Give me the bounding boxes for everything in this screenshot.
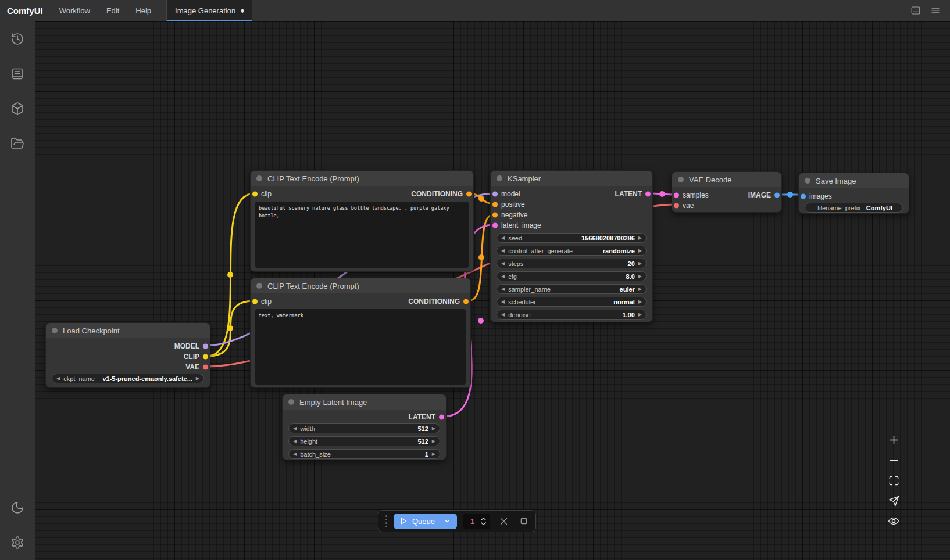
bottom-panel-toggle-icon[interactable] bbox=[910, 5, 921, 16]
decrement-arrow-icon[interactable]: ◀ bbox=[56, 376, 60, 381]
decrement-arrow-icon[interactable]: ◀ bbox=[501, 236, 505, 240]
hamburger-menu-icon[interactable] bbox=[930, 5, 941, 16]
collapse-dot[interactable] bbox=[52, 328, 58, 333]
toolbar-drag-handle[interactable] bbox=[385, 515, 387, 527]
increment-arrow-icon[interactable]: ▶ bbox=[638, 300, 642, 304]
toggle-link-visibility-button[interactable] bbox=[887, 515, 900, 527]
sidebar-item-queue[interactable] bbox=[0, 56, 35, 91]
widget-width[interactable]: ◀ width 512 ▶ bbox=[288, 423, 440, 433]
node-header[interactable]: CLIP Text Encode (Prompt) bbox=[251, 171, 473, 186]
output-slot-image[interactable] bbox=[774, 193, 780, 198]
widget-batch-size[interactable]: ◀ batch_size 1 ▶ bbox=[288, 449, 440, 459]
decrement-arrow-icon[interactable]: ◀ bbox=[501, 287, 505, 292]
zoom-out-button[interactable] bbox=[887, 454, 900, 466]
queue-button[interactable]: Queue bbox=[394, 514, 457, 529]
decrement-arrow-icon[interactable]: ◀ bbox=[501, 300, 505, 304]
stepper-up-icon[interactable] bbox=[480, 517, 487, 521]
collapse-dot[interactable] bbox=[288, 399, 294, 405]
input-slot-images[interactable] bbox=[801, 194, 806, 199]
input-slot-vae[interactable] bbox=[674, 203, 679, 209]
collapse-dot[interactable] bbox=[805, 178, 810, 184]
increment-arrow-icon[interactable]: ▶ bbox=[196, 376, 199, 381]
output-slot-clip[interactable] bbox=[203, 354, 208, 360]
batch-count-stepper[interactable]: 1 bbox=[463, 514, 490, 529]
menu-workflow[interactable]: Workflow bbox=[51, 0, 98, 21]
increment-arrow-icon[interactable]: ▶ bbox=[638, 313, 642, 317]
input-slot-latent-image[interactable] bbox=[492, 223, 498, 228]
sidebar-item-history[interactable] bbox=[0, 21, 35, 56]
decrement-arrow-icon[interactable]: ◀ bbox=[293, 426, 297, 431]
node-save-image[interactable]: Save Image images filename_prefix ComfyU… bbox=[798, 173, 909, 214]
prompt-textarea[interactable]: text, watermark bbox=[255, 309, 466, 385]
increment-arrow-icon[interactable]: ▶ bbox=[638, 287, 642, 292]
node-header[interactable]: Save Image bbox=[799, 173, 909, 188]
output-slot-vae[interactable] bbox=[203, 365, 208, 370]
increment-arrow-icon[interactable]: ▶ bbox=[638, 261, 642, 266]
node-header[interactable]: Empty Latent Image bbox=[283, 394, 446, 410]
widget-filename-prefix[interactable]: filename_prefix ComfyUI bbox=[805, 203, 903, 213]
increment-arrow-icon[interactable]: ▶ bbox=[638, 236, 642, 240]
widget-steps[interactable]: ◀ steps 20 ▶ bbox=[497, 259, 647, 268]
node-header[interactable]: CLIP Text Encode (Prompt) bbox=[251, 278, 470, 293]
collapse-dot[interactable] bbox=[678, 177, 684, 182]
input-slot-clip[interactable] bbox=[252, 192, 258, 197]
collapse-dot[interactable] bbox=[256, 283, 262, 289]
increment-arrow-icon[interactable]: ▶ bbox=[638, 274, 642, 279]
decrement-arrow-icon[interactable]: ◀ bbox=[501, 313, 505, 317]
node-header[interactable]: VAE Decode bbox=[672, 172, 781, 187]
batch-count-value[interactable]: 1 bbox=[470, 517, 480, 526]
prompt-textarea[interactable]: beautiful scenery nature glass bottle la… bbox=[255, 202, 469, 268]
input-slot-negative[interactable] bbox=[492, 213, 498, 218]
sidebar-item-workflows[interactable] bbox=[0, 126, 35, 161]
fit-view-button[interactable] bbox=[887, 474, 900, 487]
decrement-arrow-icon[interactable]: ◀ bbox=[501, 261, 505, 266]
output-slot-conditioning[interactable] bbox=[466, 192, 472, 197]
collapse-dot[interactable] bbox=[256, 175, 262, 181]
comfyui-logo[interactable]: ComfyUI bbox=[0, 6, 51, 16]
widget-ckpt-name[interactable]: ◀ ckpt_name v1-5-pruned-emaonly.safete..… bbox=[52, 374, 204, 383]
menu-edit[interactable]: Edit bbox=[98, 0, 127, 21]
zoom-in-button[interactable] bbox=[887, 433, 900, 446]
increment-arrow-icon[interactable]: ▶ bbox=[432, 439, 435, 444]
widget-seed[interactable]: ◀ seed 156680208700286 ▶ bbox=[497, 233, 647, 243]
node-clip-text-encode-negative[interactable]: CLIP Text Encode (Prompt) clip CONDITION… bbox=[250, 278, 471, 388]
input-slot-model[interactable] bbox=[492, 192, 498, 197]
input-slot-positive[interactable] bbox=[492, 202, 498, 207]
decrement-arrow-icon[interactable]: ◀ bbox=[501, 249, 505, 253]
node-vae-decode[interactable]: VAE Decode samples IMAGE vae bbox=[672, 171, 782, 213]
collapse-dot[interactable] bbox=[497, 175, 502, 181]
increment-arrow-icon[interactable]: ▶ bbox=[638, 249, 642, 253]
widget-sampler-name[interactable]: ◀ sampler_name euler ▶ bbox=[497, 284, 647, 294]
node-clip-text-encode-positive[interactable]: CLIP Text Encode (Prompt) clip CONDITION… bbox=[250, 170, 474, 272]
output-slot-latent[interactable] bbox=[645, 192, 651, 197]
output-slot-model[interactable] bbox=[203, 344, 208, 349]
widget-denoise[interactable]: ◀ denoise 1.00 ▶ bbox=[497, 310, 647, 320]
sidebar-item-theme-toggle[interactable] bbox=[0, 490, 35, 525]
tab-image-generation[interactable]: Image Generation bbox=[167, 0, 252, 21]
node-header[interactable]: KSampler bbox=[491, 171, 652, 186]
widget-height[interactable]: ◀ height 512 ▶ bbox=[288, 436, 440, 446]
menu-help[interactable]: Help bbox=[127, 0, 159, 21]
sidebar-item-model-library[interactable] bbox=[0, 91, 35, 126]
decrement-arrow-icon[interactable]: ◀ bbox=[293, 452, 297, 457]
widget-cfg[interactable]: ◀ cfg 8.0 ▶ bbox=[497, 271, 647, 281]
decrement-arrow-icon[interactable]: ◀ bbox=[293, 439, 297, 444]
output-slot-conditioning[interactable] bbox=[463, 299, 469, 304]
node-ksampler[interactable]: KSampler model LATENT positive negative … bbox=[490, 170, 653, 322]
decrement-arrow-icon[interactable]: ◀ bbox=[501, 274, 505, 279]
chevron-down-icon[interactable] bbox=[443, 517, 451, 525]
widget-scheduler[interactable]: ◀ scheduler normal ▶ bbox=[497, 297, 647, 307]
node-load-checkpoint[interactable]: Load Checkpoint MODEL CLIP VAE ◀ ckpt_na… bbox=[45, 322, 210, 388]
node-empty-latent-image[interactable]: Empty Latent Image LATENT ◀ width 512 ▶ … bbox=[282, 394, 447, 460]
stepper-down-icon[interactable] bbox=[480, 522, 487, 526]
node-header[interactable]: Load Checkpoint bbox=[46, 323, 210, 338]
widget-control-after-generate[interactable]: ◀ control_after_generate randomize ▶ bbox=[497, 246, 647, 256]
clear-queue-button[interactable] bbox=[499, 515, 509, 527]
input-slot-samples[interactable] bbox=[674, 193, 679, 198]
input-slot-clip[interactable] bbox=[252, 299, 258, 304]
stop-button[interactable] bbox=[519, 515, 528, 527]
sidebar-item-settings[interactable] bbox=[0, 525, 35, 560]
increment-arrow-icon[interactable]: ▶ bbox=[432, 452, 435, 457]
increment-arrow-icon[interactable]: ▶ bbox=[432, 426, 435, 431]
output-slot-latent[interactable] bbox=[439, 415, 444, 420]
